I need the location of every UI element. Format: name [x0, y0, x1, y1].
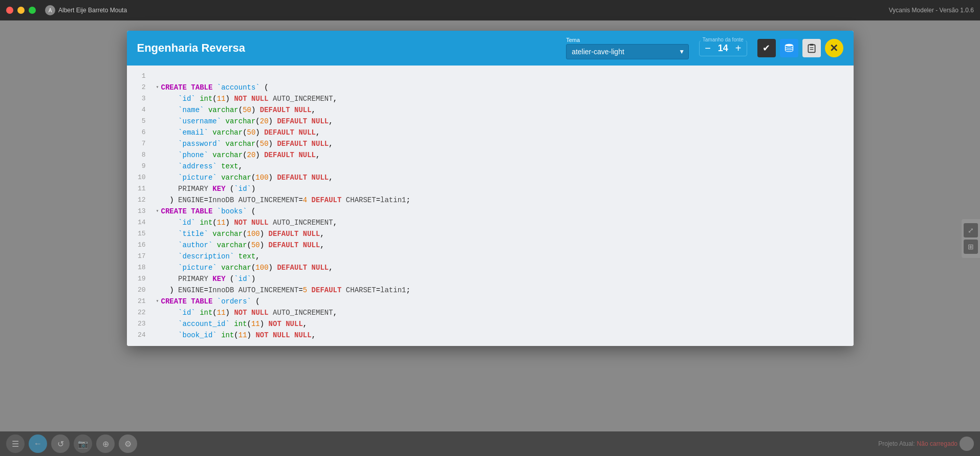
modal: Engenharia Reversa Tema atelier-cave-lig… [127, 31, 854, 346]
table-row: 14 `id` int(11) NOT NULL AUTO_INCREMENT, [127, 217, 854, 228]
table-row: 10 `picture` varchar(100) DEFAULT NULL, [127, 172, 854, 183]
fold-indicator[interactable]: ▾ [154, 206, 161, 217]
line-number: 6 [131, 127, 154, 138]
theme-select-wrapper: atelier-cave-light monokai github ▼ [566, 44, 689, 59]
line-number: 1 [131, 71, 154, 82]
line-number: 22 [131, 307, 154, 318]
modal-title: Engenharia Reversa [137, 41, 556, 55]
main-area: Engenharia Reversa Tema atelier-cave-lig… [0, 20, 980, 456]
user-name: Albert Eije Barreto Mouta [58, 7, 127, 14]
table-row: 3 `id` int(11) NOT NULL AUTO_INCREMENT, [127, 93, 854, 104]
fold-indicator[interactable]: ▾ [154, 82, 161, 93]
line-number: 7 [131, 138, 154, 149]
line-content: ) ENGINE=InnoDB AUTO_INCREMENT=5 DEFAULT… [161, 285, 850, 296]
user-info: A Albert Eije Barreto Mouta [45, 5, 127, 15]
line-content: `picture` varchar(100) DEFAULT NULL, [161, 262, 850, 273]
svg-rect-2 [808, 45, 815, 52]
line-number: 17 [131, 251, 154, 262]
line-content: `id` int(11) NOT NULL AUTO_INCREMENT, [161, 307, 850, 318]
table-row: 19 PRIMARY KEY (`id`) [127, 273, 854, 285]
line-content: `phone` varchar(20) DEFAULT NULL, [161, 149, 850, 161]
line-content: CREATE TABLE `orders` ( [161, 296, 850, 307]
font-size-section: Tamanho da fonte − 14 + [699, 40, 747, 56]
table-row: 8 `phone` varchar(20) DEFAULT NULL, [127, 149, 854, 161]
table-row: 21 ▾ CREATE TABLE `orders` ( [127, 296, 854, 307]
database-icon [784, 43, 794, 53]
table-row: 17 `description` text, [127, 251, 854, 262]
line-content: `name` varchar(50) DEFAULT NULL, [161, 104, 850, 116]
table-row: 13 ▾ CREATE TABLE `books` ( [127, 206, 854, 217]
close-button[interactable]: ✕ [825, 39, 843, 57]
line-number: 11 [131, 183, 154, 194]
line-content: `email` varchar(50) DEFAULT NULL, [161, 127, 850, 138]
fold-indicator[interactable]: ▾ [154, 296, 161, 307]
table-row: 9 `address` text, [127, 161, 854, 172]
line-content: `id` int(11) NOT NULL AUTO_INCREMENT, [161, 93, 850, 104]
clipboard-button[interactable] [802, 39, 821, 57]
top-bar: A Albert Eije Barreto Mouta Vycanis Mode… [0, 0, 980, 20]
line-number: 5 [131, 116, 154, 127]
table-row: 20 ) ENGINE=InnoDB AUTO_INCREMENT=5 DEFA… [127, 285, 854, 296]
line-number: 16 [131, 240, 154, 251]
line-content: CREATE TABLE `accounts` ( [161, 82, 850, 93]
line-content: `id` int(11) NOT NULL AUTO_INCREMENT, [161, 217, 850, 228]
line-number: 19 [131, 273, 154, 285]
font-increase-button[interactable]: + [735, 43, 742, 53]
table-row: 1 [127, 71, 854, 82]
clipboard-icon [807, 43, 817, 53]
line-number: 14 [131, 217, 154, 228]
table-row: 24 `book_id` int(11) NOT NULL NULL, [127, 330, 854, 341]
code-editor[interactable]: 1 2 ▾ CREATE TABLE `accounts` ( 3 `id` i… [127, 66, 854, 346]
line-number: 4 [131, 104, 154, 116]
table-row: 7 `password` varchar(50) DEFAULT NULL, [127, 138, 854, 149]
confirm-button[interactable]: ✔ [757, 39, 776, 57]
line-number: 9 [131, 161, 154, 172]
line-content: `author` varchar(50) DEFAULT NULL, [161, 240, 850, 251]
action-buttons: ✔ [757, 39, 843, 57]
svg-point-0 [785, 44, 793, 47]
font-size-value: 14 [716, 43, 730, 54]
traffic-light-yellow[interactable] [17, 7, 25, 14]
line-content: `title` varchar(100) DEFAULT NULL, [161, 228, 850, 240]
line-number: 13 [131, 206, 154, 217]
table-row: 15 `title` varchar(100) DEFAULT NULL, [127, 228, 854, 240]
theme-section: Tema atelier-cave-light monokai github ▼ [566, 37, 689, 59]
table-row: 22 `id` int(11) NOT NULL AUTO_INCREMENT, [127, 307, 854, 318]
theme-label: Tema [566, 37, 689, 43]
line-number: 15 [131, 228, 154, 240]
font-decrease-button[interactable]: − [705, 43, 711, 53]
line-content: `picture` varchar(100) DEFAULT NULL, [161, 172, 850, 183]
line-content [161, 71, 850, 82]
line-content: PRIMARY KEY (`id`) [161, 273, 850, 285]
modal-overlay: Engenharia Reversa Tema atelier-cave-lig… [0, 20, 980, 456]
line-number: 21 [131, 296, 154, 307]
table-row: 16 `author` varchar(50) DEFAULT NULL, [127, 240, 854, 251]
theme-select[interactable]: atelier-cave-light monokai github [566, 44, 689, 59]
line-number: 18 [131, 262, 154, 273]
font-size-label: Tamanho da fonte [701, 37, 746, 42]
font-size-controls: − 14 + [705, 43, 741, 54]
line-content: `address` text, [161, 161, 850, 172]
line-content: `book_id` int(11) NOT NULL NULL, [161, 330, 850, 341]
avatar: A [45, 5, 55, 15]
line-number: 3 [131, 93, 154, 104]
table-row: 11 PRIMARY KEY (`id`) [127, 183, 854, 194]
line-number: 12 [131, 194, 154, 206]
traffic-light-green[interactable] [29, 7, 36, 14]
table-row: 6 `email` varchar(50) DEFAULT NULL, [127, 127, 854, 138]
modal-header: Engenharia Reversa Tema atelier-cave-lig… [127, 31, 854, 66]
line-content: ) ENGINE=InnoDB AUTO_INCREMENT=4 DEFAULT… [161, 194, 850, 206]
traffic-light-red[interactable] [6, 7, 13, 14]
line-content: `account_id` int(11) NOT NULL, [161, 318, 850, 330]
table-row: 5 `username` varchar(20) DEFAULT NULL, [127, 116, 854, 127]
line-number: 20 [131, 285, 154, 296]
table-row: 4 `name` varchar(50) DEFAULT NULL, [127, 104, 854, 116]
line-number: 10 [131, 172, 154, 183]
line-number: 23 [131, 318, 154, 330]
table-row: 2 ▾ CREATE TABLE `accounts` ( [127, 82, 854, 93]
line-content: `password` varchar(50) DEFAULT NULL, [161, 138, 850, 149]
table-row: 12 ) ENGINE=InnoDB AUTO_INCREMENT=4 DEFA… [127, 194, 854, 206]
line-content: CREATE TABLE `books` ( [161, 206, 850, 217]
database-button[interactable] [780, 39, 798, 57]
table-row: 18 `picture` varchar(100) DEFAULT NULL, [127, 262, 854, 273]
